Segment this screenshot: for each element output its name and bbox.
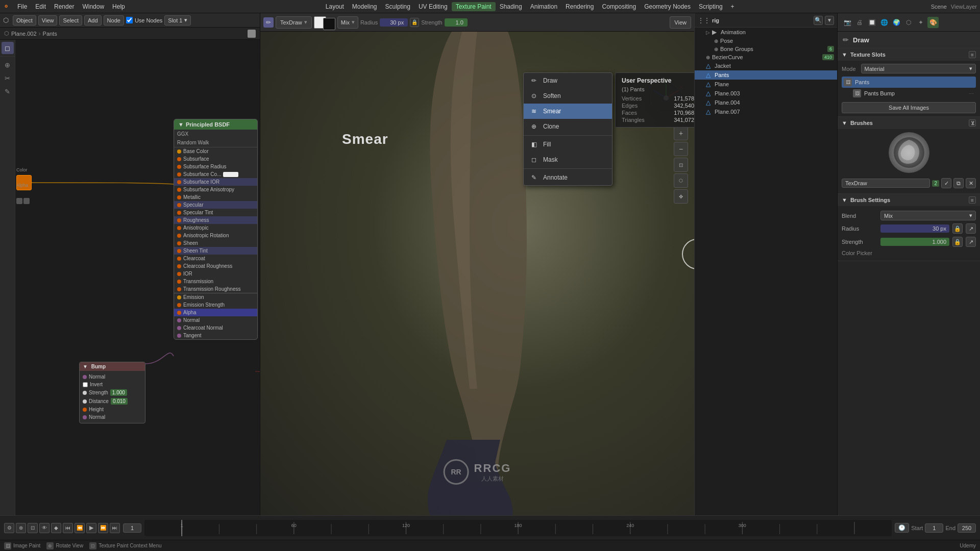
timeline-ruler[interactable]: 1 60 120 180 240 300 [144, 520, 892, 536]
menu-render[interactable]: Render [50, 2, 78, 11]
outliner-item-animation[interactable]: ▷ ▶ Animation [695, 28, 837, 37]
bump-distance-val[interactable]: 0.010 [111, 398, 128, 405]
jump-start-btn[interactable]: ⏮ [63, 523, 73, 533]
zoom-out-btn[interactable]: − [674, 142, 688, 156]
brush-name-field[interactable]: TexDraw [842, 179, 930, 188]
tab-add[interactable]: + [727, 2, 739, 11]
tool-smear[interactable]: ≋ Smear [524, 104, 612, 119]
tool-clone[interactable]: ⊕ Clone [524, 119, 612, 134]
tab-animation[interactable]: Animation [526, 2, 561, 11]
blend-mode-dropdown[interactable]: Mix ▾ [880, 211, 976, 220]
brush-check-btn[interactable]: ✓ [941, 178, 951, 188]
start-frame-field[interactable]: 1 [925, 523, 943, 533]
outliner-item-jacket[interactable]: △ Jacket [695, 61, 837, 70]
radius-prop-field[interactable]: 30 px [880, 224, 949, 233]
radius-curve-btn[interactable]: ↗ [966, 223, 976, 234]
mini-btn-2[interactable] [23, 198, 30, 204]
zoom-in-btn[interactable]: + [674, 126, 688, 140]
tab-layout[interactable]: Layout [322, 2, 348, 11]
texdraw-btn[interactable]: TexDraw ▾ [276, 16, 312, 29]
prop-particles-icon[interactable]: ✦ [915, 17, 926, 28]
menu-window[interactable]: Window [78, 2, 108, 11]
texture-slots-header[interactable]: ▼ Texture Slots ≡ [838, 48, 980, 61]
brush-settings-menu-btn[interactable]: ≡ [969, 196, 976, 204]
jump-end-btn[interactable]: ⏭ [110, 523, 120, 533]
strength-prop-field[interactable]: 1.000 [880, 238, 949, 246]
outliner-item-bone-groups[interactable]: ⊕ Bone Groups 6 [695, 45, 837, 53]
tab-scripting[interactable]: Scripting [695, 2, 727, 11]
texture-slots-menu-btn[interactable]: ≡ [969, 51, 976, 58]
strength-lock-icon[interactable]: 🔒 [952, 237, 963, 247]
zoom-fit-btn[interactable]: ⊡ [674, 158, 688, 172]
play-btn[interactable]: ▶ [86, 523, 96, 533]
end-frame-field[interactable]: 250 [958, 523, 976, 533]
brush-settings-header[interactable]: ▼ Brush Settings ≡ [838, 194, 980, 206]
outliner-item-plane007[interactable]: △ Plane.007 [695, 107, 837, 116]
keying-btn[interactable]: ⊡ [28, 523, 38, 533]
breadcrumb-item-1[interactable]: Plane.002 [11, 31, 37, 37]
clock-icon-btn[interactable]: 🕐 [895, 523, 909, 533]
perspective-btn[interactable]: ⬡ [674, 173, 688, 188]
tab-geometry-nodes[interactable]: Geometry Nodes [640, 2, 695, 11]
brushes-expand-btn[interactable]: ⊻ [969, 119, 976, 127]
node-node-btn[interactable]: Node [104, 15, 124, 26]
prop-object-icon[interactable]: ⬡ [903, 17, 914, 28]
collapse-btn[interactable] [248, 30, 256, 38]
background-color[interactable] [323, 18, 335, 30]
principled-collapse[interactable]: ▼ [178, 121, 184, 128]
blend-dropdown[interactable]: Mix ▾ [337, 16, 358, 29]
menu-file[interactable]: File [13, 2, 31, 11]
tab-rendering[interactable]: Rendering [561, 2, 598, 11]
outliner-item-beziercurve[interactable]: ⊕ BezierCurve 410 [695, 53, 837, 61]
outliner-item-plane[interactable]: △ Plane [695, 80, 837, 89]
prop-material-icon[interactable]: 🎨 [927, 17, 939, 28]
menu-edit[interactable]: Edit [31, 2, 50, 11]
mode-dropdown[interactable]: Material ▾ [861, 64, 976, 73]
play-options-btn[interactable]: ⚙ [4, 523, 14, 533]
save-all-images-btn[interactable]: Save All Images [842, 102, 976, 113]
tab-compositing[interactable]: Compositing [598, 2, 640, 11]
tool-draw[interactable]: ✏ Draw [524, 73, 612, 88]
texture-slot-pants[interactable]: 🖼 Pants [842, 77, 976, 88]
marker-btn[interactable]: ◆ [51, 523, 61, 533]
current-frame-field[interactable]: 1 [123, 523, 141, 533]
bump-strength-val[interactable]: 1.000 [110, 389, 127, 396]
tool-annotate[interactable]: ✎ [2, 85, 14, 97]
prop-view-icon[interactable]: 🔲 [866, 17, 877, 28]
playback-mode-btn[interactable]: ⊕ [16, 523, 26, 533]
bump-invert-check[interactable] [83, 382, 88, 387]
next-frame-btn[interactable]: ⏩ [98, 523, 108, 533]
prop-render-icon[interactable]: 📷 [842, 17, 853, 28]
menu-help[interactable]: Help [108, 2, 129, 11]
tab-modeling[interactable]: Modeling [348, 2, 381, 11]
node-object-dropdown[interactable]: Object [13, 15, 36, 26]
outliner-item-plane003[interactable]: △ Plane.003 [695, 89, 837, 98]
view-timeline-btn[interactable]: 👁 [39, 523, 50, 533]
tool-soften[interactable]: ⊙ Soften [524, 88, 612, 104]
tool-cut[interactable]: ✂ [2, 72, 14, 84]
outliner-item-pants[interactable]: △ Pants [695, 70, 837, 80]
tool-annotate[interactable]: ✎ Annotate [524, 170, 612, 185]
radius-lock-btn[interactable]: 🔒 [410, 18, 419, 27]
tab-sculpting[interactable]: Sculpting [381, 2, 414, 11]
mini-btn-1[interactable] [16, 198, 22, 204]
outliner-item-pose[interactable]: ⊕ Pose [695, 37, 837, 45]
outliner-search-btn[interactable]: 🔍 [814, 16, 823, 25]
brush-dupe-btn[interactable]: ⧉ [953, 178, 964, 188]
viewport[interactable]: ✏ Draw ⊙ Soften ≋ Smear ⊕ Clone ◧ [260, 32, 694, 515]
tool-grab[interactable]: ⊕ [2, 59, 14, 71]
node-add-btn[interactable]: Add [84, 15, 102, 26]
tool-fill[interactable]: ◧ Fill [524, 137, 612, 152]
brush-delete-btn[interactable]: ✕ [966, 178, 976, 188]
tab-shading[interactable]: Shading [496, 2, 526, 11]
outliner-filter-btn[interactable]: ▼ [825, 16, 834, 25]
brushes-header[interactable]: ▼ Brushes ⊻ [838, 117, 980, 129]
outliner-item-plane004[interactable]: △ Plane.004 [695, 98, 837, 107]
move-btn[interactable]: ✥ [674, 189, 688, 204]
prev-frame-btn[interactable]: ⏪ [75, 523, 85, 533]
tool-select[interactable]: ◻ [2, 42, 14, 54]
tab-texture-paint[interactable]: Texture Paint [452, 2, 496, 11]
node-view-btn[interactable]: View [38, 15, 58, 26]
strength-field[interactable]: 1.0 [445, 18, 468, 27]
tab-uv-editing[interactable]: UV Editing [414, 2, 452, 11]
